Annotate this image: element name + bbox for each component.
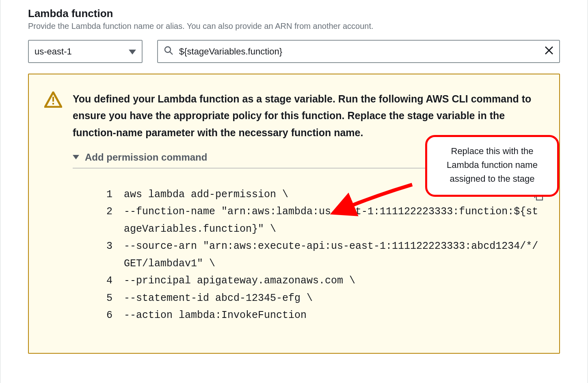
section-title: Lambda function bbox=[28, 7, 560, 20]
expander-title: Add permission command bbox=[85, 152, 207, 163]
line-number: 4 bbox=[101, 272, 124, 290]
caret-down-icon bbox=[73, 153, 79, 161]
page-container: Lambda function Provide the Lambda funct… bbox=[0, 0, 588, 383]
lambda-function-value: ${stageVariables.function} bbox=[179, 46, 539, 57]
callout-text: Replace this with the Lambda function na… bbox=[425, 135, 559, 197]
section-description: Provide the Lambda function name or alia… bbox=[28, 22, 560, 31]
svg-marker-0 bbox=[129, 50, 136, 54]
svg-point-1 bbox=[165, 47, 171, 52]
line-number: 5 bbox=[101, 290, 124, 307]
inputs-row: us-east-1 ${stageVariables.function} bbox=[28, 40, 560, 63]
svg-line-2 bbox=[170, 52, 173, 54]
line-number: 1 bbox=[101, 186, 124, 204]
svg-rect-6 bbox=[52, 97, 54, 102]
code-line: 3--source-arn "arn:aws:execute-api:us-ea… bbox=[101, 238, 544, 272]
code-text: --principal apigateway.amazonaws.com \ bbox=[124, 272, 544, 290]
code-text: --function-name "arn:aws:lambda:us-east-… bbox=[124, 203, 544, 238]
code-line: 2--function-name "arn:aws:lambda:us-east… bbox=[101, 203, 544, 238]
code-line: 4--principal apigateway.amazonaws.com \ bbox=[101, 272, 544, 290]
code-text: --statement-id abcd-12345-efg \ bbox=[124, 290, 544, 307]
search-icon bbox=[164, 46, 173, 58]
code-line: 6--action lambda:InvokeFunction bbox=[101, 307, 544, 324]
caret-down-icon bbox=[129, 46, 136, 57]
warning-alert: You defined your Lambda function as a st… bbox=[28, 74, 560, 354]
lambda-function-input[interactable]: ${stageVariables.function} bbox=[157, 40, 560, 63]
code-text: --source-arn "arn:aws:execute-api:us-eas… bbox=[124, 238, 544, 272]
line-number: 3 bbox=[101, 238, 124, 272]
alert-title: You defined your Lambda function as a st… bbox=[73, 91, 544, 141]
svg-marker-8 bbox=[73, 155, 79, 159]
line-number: 6 bbox=[101, 307, 124, 324]
code-text: --action lambda:InvokeFunction bbox=[124, 307, 544, 324]
clear-input-button[interactable] bbox=[545, 46, 553, 57]
region-select-value: us-east-1 bbox=[35, 46, 72, 57]
line-number: 2 bbox=[101, 203, 124, 238]
region-select[interactable]: us-east-1 bbox=[28, 40, 143, 63]
warning-icon bbox=[44, 91, 62, 109]
code-block: 1aws lambda add-permission \ 2--function… bbox=[101, 186, 544, 324]
code-line: 5--statement-id abcd-12345-efg \ bbox=[101, 290, 544, 307]
svg-rect-7 bbox=[52, 103, 54, 104]
annotation-callout: Replace this with the Lambda function na… bbox=[425, 135, 559, 197]
alert-header: You defined your Lambda function as a st… bbox=[44, 91, 544, 141]
